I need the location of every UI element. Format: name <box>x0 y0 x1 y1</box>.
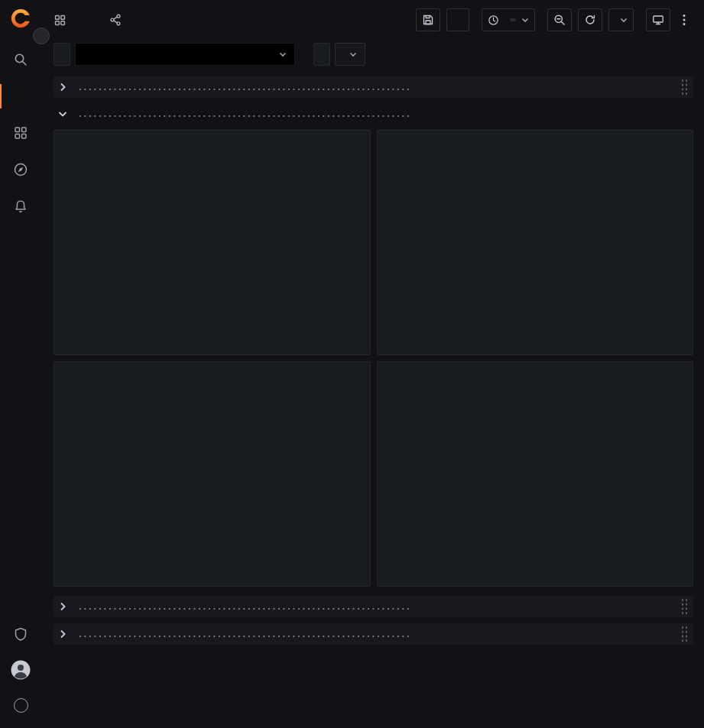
panel-title[interactable] <box>54 362 370 383</box>
topbar-kebab-menu[interactable] <box>676 8 692 31</box>
panel-404-by-uri <box>377 130 694 355</box>
bell-icon <box>13 199 28 214</box>
time-series-plot[interactable] <box>384 383 613 498</box>
chevron-right-icon <box>57 629 69 639</box>
topbar-actions <box>416 8 692 31</box>
panel-title[interactable] <box>378 362 693 383</box>
row-drag-handle[interactable] <box>681 626 689 642</box>
share-icon[interactable] <box>109 14 122 26</box>
monitor-icon <box>652 14 664 26</box>
row-title-group <box>57 80 417 94</box>
panel-title[interactable] <box>54 131 370 152</box>
panel-legend <box>378 286 693 354</box>
chevron-right-icon <box>57 602 69 611</box>
panel-legend <box>54 329 370 354</box>
save-icon <box>422 14 434 26</box>
panel-legend <box>54 561 370 586</box>
row-header-6xx[interactable] <box>54 623 693 645</box>
time-series-chart[interactable] <box>384 383 687 517</box>
variables-bar <box>41 40 704 75</box>
search-icon <box>13 52 28 67</box>
shield-icon <box>13 626 28 642</box>
dashboard-content <box>41 75 704 728</box>
row-dots-leader <box>79 630 411 641</box>
row-title-group <box>57 600 417 613</box>
panel-title[interactable] <box>378 131 693 152</box>
sidebar-bottom-group <box>0 580 41 723</box>
time-series-plot[interactable] <box>60 152 290 267</box>
tv-mode-button[interactable] <box>646 8 670 31</box>
chevron-down-icon <box>521 18 529 23</box>
row-title-group <box>57 627 417 641</box>
row-header-4xx[interactable] <box>54 104 693 124</box>
time-series-chart[interactable] <box>60 383 364 561</box>
request-host-select[interactable] <box>335 43 365 66</box>
time-series-plot[interactable] <box>384 152 613 267</box>
datasource-label[interactable] <box>54 43 70 66</box>
dashboard-topbar <box>41 0 704 40</box>
refresh-icon <box>584 14 596 26</box>
chevron-right-icon <box>57 83 69 92</box>
user-profile-menu-item[interactable] <box>0 652 41 688</box>
refresh-interval-select[interactable] <box>608 8 634 31</box>
explore-menu-item[interactable] <box>0 151 41 188</box>
row-dots-leader <box>79 83 411 94</box>
grafana-logo[interactable] <box>9 8 32 31</box>
zoom-out-button[interactable] <box>547 8 572 31</box>
refresh-button[interactable] <box>578 8 602 31</box>
help-menu-item[interactable] <box>0 688 41 723</box>
panel-legend <box>378 517 693 586</box>
chevron-down-icon <box>620 18 628 23</box>
panel-4xx-by-remote-addr <box>54 361 371 587</box>
avatar <box>11 660 31 680</box>
alerting-menu-item[interactable] <box>0 188 41 225</box>
side-menu <box>0 0 41 728</box>
zoom-out-icon <box>553 14 566 26</box>
favorites-menu-item[interactable] <box>0 78 41 115</box>
chevron-down-icon <box>349 52 357 57</box>
time-range-picker[interactable] <box>482 8 535 31</box>
dashboards-grid-icon <box>13 125 28 141</box>
panel-4xx-by-uri <box>377 361 694 587</box>
timezone-badge <box>510 18 516 21</box>
dashboard-settings-button[interactable] <box>446 8 469 31</box>
server-admin-menu-item[interactable] <box>0 616 41 652</box>
row-header-5xx[interactable] <box>54 596 693 617</box>
kebab-icon <box>683 14 686 26</box>
row-dots-leader <box>79 110 411 121</box>
search-menu-item[interactable] <box>0 41 41 78</box>
datasource-select[interactable] <box>75 43 295 66</box>
help-icon <box>14 698 28 713</box>
apps-icon <box>54 14 67 27</box>
time-series-chart[interactable] <box>60 152 364 329</box>
chevron-down-icon <box>57 109 69 118</box>
row-title-group <box>57 107 417 121</box>
panel-404-by-remote-addr <box>54 130 371 355</box>
configuration-menu-item[interactable] <box>0 580 41 616</box>
dashboards-menu-item[interactable] <box>0 115 41 151</box>
open-menu-button[interactable] <box>33 28 50 44</box>
chevron-down-icon <box>279 52 287 57</box>
time-series-chart[interactable] <box>384 152 687 286</box>
save-dashboard-button[interactable] <box>416 8 440 31</box>
clock-icon <box>488 15 499 26</box>
row-header-1xx-3xx-2xx[interactable] <box>54 76 693 98</box>
time-series-plot[interactable] <box>60 383 290 498</box>
row-dots-leader <box>79 603 411 613</box>
request-host-label <box>313 43 330 66</box>
compass-icon <box>13 162 28 177</box>
row-drag-handle[interactable] <box>681 598 689 615</box>
row-drag-handle[interactable] <box>681 79 689 95</box>
panel-grid <box>54 130 693 587</box>
